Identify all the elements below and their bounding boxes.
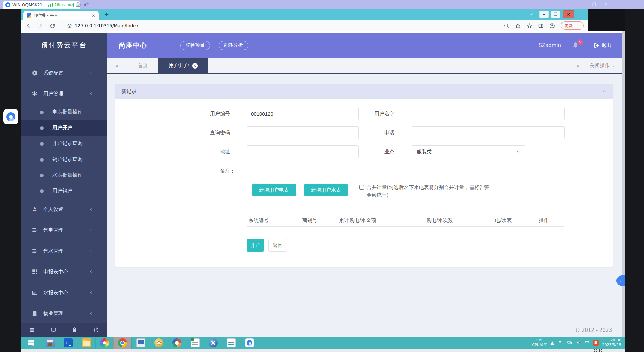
- sidebar-subitem-1-4[interactable]: 水表批量操作: [21, 167, 107, 183]
- media-swirl-taskbar-icon[interactable]: [95, 337, 113, 349]
- energy-analysis-button[interactable]: 能耗分析: [219, 41, 248, 50]
- ime-indicator[interactable]: 中: [585, 340, 589, 346]
- add-user-elec-meter-button[interactable]: 新增用户电表: [252, 184, 296, 196]
- menu-icon[interactable]: [29, 327, 35, 333]
- sidebar-item-3[interactable]: 售电管理: [21, 220, 107, 240]
- sidebar-subitem-1-5[interactable]: 用户销户: [21, 183, 107, 199]
- query-password-input[interactable]: [247, 126, 359, 139]
- profile-avatar-icon[interactable]: [549, 23, 555, 29]
- network-status-icon[interactable]: [567, 340, 572, 345]
- host-session-tab[interactable]: WIN-OQMSK21... 18ms HD RU ×: [3, 1, 80, 9]
- bookmark-star-icon[interactable]: [527, 23, 532, 29]
- host-maximize-button[interactable]: ❐: [592, 2, 596, 7]
- browser-update-button[interactable]: 更新: [561, 21, 584, 30]
- tabs-scroll-left-icon[interactable]: «: [107, 58, 127, 73]
- forward-icon[interactable]: [38, 23, 43, 29]
- back-button[interactable]: 返回: [268, 239, 287, 252]
- username-label: SZadmin: [539, 42, 561, 48]
- sidebar-item-7[interactable]: 物业管理: [21, 303, 107, 324]
- report-tool-taskbar-icon[interactable]: [222, 337, 240, 349]
- gear-gold-taskbar-icon[interactable]: [150, 337, 168, 349]
- sidebar-subitem-1-0[interactable]: 电表批量操作: [21, 104, 107, 120]
- host-minimize-button[interactable]: –: [582, 2, 584, 7]
- notification-bell-icon[interactable]: 5: [572, 42, 579, 49]
- todesk-floating-ball[interactable]: [3, 109, 18, 124]
- user-no-input[interactable]: [247, 107, 359, 120]
- refresh-icon[interactable]: [50, 23, 55, 29]
- web-app: 预付费云平台 系统配置用户管理电表批量操作用户开户开户记录查询销户记录查询水表批…: [21, 31, 622, 337]
- window-close-button[interactable]: ✕: [563, 10, 574, 18]
- browser-tab[interactable]: 预付费云平台 ×: [23, 11, 99, 20]
- back-icon[interactable]: [25, 23, 31, 29]
- gear-icon: [32, 70, 38, 76]
- tray-expand-icon[interactable]: ▲: [551, 341, 554, 344]
- side-panel-icon[interactable]: [538, 23, 544, 29]
- tab-home[interactable]: 首页: [127, 58, 158, 73]
- new-tab-button[interactable]: +: [104, 11, 109, 18]
- sidebar-nav: 系统配置用户管理电表批量操作用户开户开户记录查询销户记录查询水表批量操作用户销户…: [21, 62, 107, 324]
- sidebar-item-4[interactable]: 售水管理: [21, 240, 107, 261]
- host-close-button[interactable]: ✕: [604, 2, 608, 7]
- collapse-panel-icon[interactable]: [602, 89, 607, 94]
- display-tool-taskbar-icon[interactable]: [131, 337, 150, 349]
- sidebar-subitem-label: 电表批量操作: [52, 109, 83, 115]
- business-type-select[interactable]: 服装类: [412, 145, 525, 158]
- address-input[interactable]: [247, 145, 359, 158]
- logout-button[interactable]: 退出: [593, 42, 611, 49]
- user-name-input[interactable]: [412, 107, 565, 120]
- volume-muted-icon[interactable]: [576, 340, 581, 345]
- tabs-scroll-right-icon[interactable]: »: [577, 63, 580, 69]
- panel-icon: [32, 290, 38, 296]
- share-icon[interactable]: [515, 23, 521, 29]
- chevron-left-icon: [89, 207, 93, 211]
- admin-tools-taskbar-icon[interactable]: [204, 337, 222, 349]
- chevron-down-icon[interactable]: [529, 12, 534, 17]
- phone-input[interactable]: [412, 126, 565, 139]
- zoom-icon[interactable]: [504, 23, 509, 29]
- sidebar-item-6[interactable]: 水报表中心: [21, 282, 107, 303]
- sidebar-subitem-1-2[interactable]: 开户记录查询: [21, 136, 107, 151]
- open-account-button[interactable]: 开户: [247, 239, 264, 252]
- monitor-icon[interactable]: [51, 327, 56, 333]
- powershell-taskbar-icon[interactable]: [59, 337, 77, 349]
- start-button[interactable]: [21, 337, 41, 349]
- info-icon[interactable]: [67, 23, 72, 28]
- tab-user-open-account[interactable]: 用户开户 ✕: [158, 58, 208, 73]
- page-scrollbar[interactable]: [622, 31, 625, 337]
- sidebar-item-1[interactable]: 用户管理: [21, 83, 107, 104]
- sidebar-item-0[interactable]: 系统配置: [21, 62, 107, 83]
- window-maximize-button[interactable]: ❐: [551, 11, 560, 18]
- sidebar-item-2[interactable]: 个人设置: [21, 199, 107, 220]
- menu-dots-icon[interactable]: [576, 23, 580, 28]
- sidebar-item-5[interactable]: 电报表中心: [21, 261, 107, 282]
- power-icon[interactable]: [93, 327, 99, 333]
- close-operations-dropdown[interactable]: 关闭操作: [590, 62, 615, 69]
- sogou-input-icon[interactable]: S: [593, 340, 599, 346]
- lock-icon[interactable]: [72, 327, 77, 333]
- network-tool-taskbar-icon[interactable]: [168, 337, 186, 349]
- window-minimize-button[interactable]: –: [539, 11, 549, 18]
- close-operations-label: 关闭操作: [590, 62, 610, 69]
- sidebar-subitem-1-1[interactable]: 用户开户: [21, 120, 107, 136]
- new-session-button[interactable]: +: [85, 0, 89, 7]
- switch-project-button[interactable]: 切换项目: [180, 41, 210, 50]
- notepad-taskbar-icon[interactable]: [186, 337, 204, 349]
- url-text: 127.0.0.1:10315/Main/Index: [75, 23, 139, 28]
- merge-metering-checkbox[interactable]: [359, 185, 364, 190]
- address-bar[interactable]: 127.0.0.1:10315/Main/Index: [67, 23, 139, 28]
- chevron-left-icon: [89, 270, 93, 274]
- file-explorer-taskbar-icon[interactable]: [77, 337, 95, 349]
- sidebar-subitem-1-3[interactable]: 销户记录查询: [21, 151, 107, 167]
- action-center-flag-icon[interactable]: [558, 340, 563, 345]
- todesk-taskbar-icon[interactable]: [240, 337, 258, 349]
- edge-slide-handle[interactable]: ‹: [616, 275, 625, 286]
- taskbar-clock[interactable]: 20:302023/3/15: [602, 338, 621, 348]
- add-user-water-meter-button[interactable]: 新增用户水表: [304, 184, 348, 196]
- server-manager-taskbar-icon[interactable]: [41, 337, 59, 349]
- tab-close-circle-icon[interactable]: ✕: [192, 63, 198, 69]
- remark-input[interactable]: [247, 165, 564, 177]
- sidebar-item-label: 售电管理: [43, 227, 89, 233]
- tab-close-icon[interactable]: ×: [92, 13, 95, 18]
- network-tool-icon: [172, 338, 181, 347]
- chrome-taskbar-icon[interactable]: [113, 337, 131, 349]
